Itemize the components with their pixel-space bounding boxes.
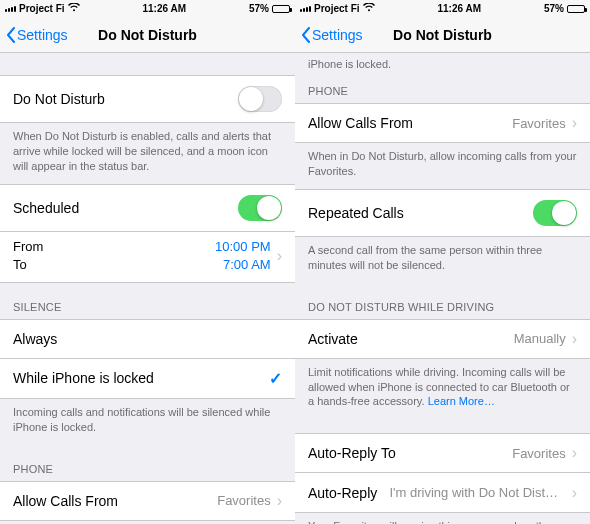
silence-locked-label: While iPhone is locked: [13, 370, 269, 386]
back-label: Settings: [17, 27, 68, 43]
repeated-calls-footer: A second call from the same person withi…: [295, 237, 590, 283]
from-value: 10:00 PM: [215, 238, 271, 256]
check-icon: ✓: [269, 369, 282, 388]
carrier-label: Project Fi: [314, 3, 360, 14]
nav-bar: Settings Do Not Disturb: [295, 17, 590, 53]
scheduled-label: Scheduled: [13, 200, 238, 216]
dnd-toggle[interactable]: [238, 86, 282, 112]
signal-icon: [300, 6, 311, 12]
dnd-label: Do Not Disturb: [13, 91, 238, 107]
autoreply-footer: Your Favorites will receive this message…: [295, 513, 590, 524]
content: iPhone is locked. PHONE Allow Calls From…: [295, 53, 590, 524]
phone-header-right: PHONE: [295, 77, 590, 103]
back-button[interactable]: Settings: [301, 27, 363, 43]
status-time: 11:26 AM: [143, 3, 187, 14]
repeated-calls-label: Repeated Calls: [308, 205, 533, 221]
chevron-right-icon: ›: [572, 331, 577, 347]
repeated-calls-toggle[interactable]: [533, 200, 577, 226]
back-label: Settings: [312, 27, 363, 43]
allow-calls-label: Allow Calls From: [308, 115, 512, 131]
activate-footer: Limit notifications while driving. Incom…: [295, 359, 590, 420]
signal-icon: [5, 6, 16, 12]
silence-always-cell[interactable]: Always: [0, 319, 295, 359]
chevron-left-icon: [6, 27, 16, 43]
back-button[interactable]: Settings: [6, 27, 68, 43]
wifi-icon: [68, 3, 80, 14]
activate-label: Activate: [308, 331, 514, 347]
from-label: From: [13, 238, 215, 256]
dnd-cell[interactable]: Do Not Disturb: [0, 75, 295, 123]
allow-calls-value: Favorites: [217, 493, 270, 508]
autoreply-to-value: Favorites: [512, 446, 565, 461]
phone-header-left: PHONE: [0, 445, 295, 481]
chevron-left-icon: [301, 27, 311, 43]
autoreply-label: Auto-Reply: [308, 485, 377, 501]
autoreply-to-label: Auto-Reply To: [308, 445, 512, 461]
dnd-footer: When Do Not Disturb is enabled, calls an…: [0, 123, 295, 184]
battery-pct: 57%: [544, 3, 564, 14]
learn-more-link[interactable]: Learn More…: [428, 395, 495, 407]
autoreply-value: I'm driving with Do Not Distur…: [389, 485, 559, 500]
schedule-time-cell[interactable]: From To 10:00 PM 7:00 AM ›: [0, 232, 295, 283]
carrier-label: Project Fi: [19, 3, 65, 14]
activate-cell[interactable]: Activate Manually ›: [295, 319, 590, 359]
chevron-right-icon: ›: [572, 485, 577, 501]
silence-header: SILENCE: [0, 283, 295, 319]
truncated-footer-top: iPhone is locked.: [295, 53, 590, 77]
battery-icon: [567, 5, 585, 13]
allow-calls-value: Favorites: [512, 116, 565, 131]
activate-value: Manually: [514, 331, 566, 346]
right-pane: Project Fi 11:26 AM 57% Settings Do Not …: [295, 0, 590, 524]
left-pane: Project Fi 11:26 AM 57% Settings Do Not …: [0, 0, 295, 524]
wifi-icon: [363, 3, 375, 14]
autoreply-cell[interactable]: Auto-Reply I'm driving with Do Not Distu…: [295, 473, 590, 513]
allow-calls-label: Allow Calls From: [13, 493, 217, 509]
allow-calls-footer-right: When in Do Not Disturb, allow incoming c…: [295, 143, 590, 189]
silence-footer: Incoming calls and notifications will be…: [0, 399, 295, 445]
scheduled-cell[interactable]: Scheduled: [0, 184, 295, 232]
status-bar: Project Fi 11:26 AM 57%: [0, 0, 295, 17]
scheduled-toggle[interactable]: [238, 195, 282, 221]
battery-icon: [272, 5, 290, 13]
driving-header: DO NOT DISTURB WHILE DRIVING: [295, 283, 590, 319]
silence-always-label: Always: [13, 331, 282, 347]
to-label: To: [13, 256, 215, 274]
content: Do Not Disturb When Do Not Disturb is en…: [0, 53, 295, 524]
allow-calls-cell-right[interactable]: Allow Calls From Favorites ›: [295, 103, 590, 143]
status-bar: Project Fi 11:26 AM 57%: [295, 0, 590, 17]
silence-locked-cell[interactable]: While iPhone is locked ✓: [0, 359, 295, 399]
autoreply-to-cell[interactable]: Auto-Reply To Favorites ›: [295, 433, 590, 473]
chevron-right-icon: ›: [572, 115, 577, 131]
chevron-right-icon: ›: [277, 248, 282, 264]
repeated-calls-cell[interactable]: Repeated Calls: [295, 189, 590, 237]
chevron-right-icon: ›: [277, 493, 282, 509]
allow-calls-footer-left: When in Do Not Disturb, allow incoming c…: [0, 521, 295, 524]
nav-bar: Settings Do Not Disturb: [0, 17, 295, 53]
chevron-right-icon: ›: [572, 445, 577, 461]
status-time: 11:26 AM: [438, 3, 482, 14]
battery-pct: 57%: [249, 3, 269, 14]
allow-calls-cell-left[interactable]: Allow Calls From Favorites ›: [0, 481, 295, 521]
to-value: 7:00 AM: [215, 256, 271, 274]
